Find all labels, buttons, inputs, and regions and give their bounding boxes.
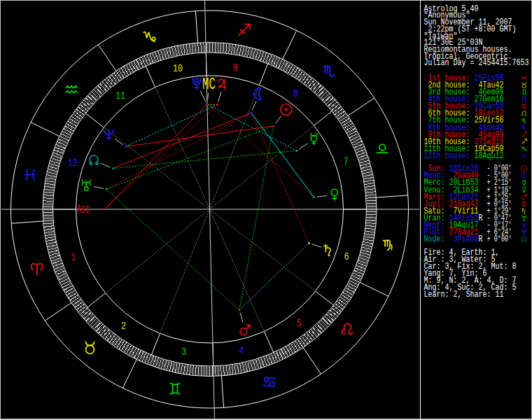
svg-text:9: 9 bbox=[233, 62, 238, 74]
svg-text:Node:: Node: bbox=[424, 234, 445, 244]
svg-text:MC: MC bbox=[202, 76, 216, 94]
svg-text:1: 1 bbox=[71, 252, 76, 263]
svg-text:Asc: Asc bbox=[77, 202, 90, 216]
svg-text:R: R bbox=[479, 234, 483, 244]
svg-text:R: R bbox=[479, 214, 483, 223]
svg-text:12th house:: 12th house: bbox=[424, 151, 470, 161]
svg-text:8: 8 bbox=[293, 88, 298, 99]
svg-text:5: 5 bbox=[297, 318, 302, 329]
svg-text:Julian Day = 2454415.7653: Julian Day = 2454415.7653 bbox=[424, 58, 529, 68]
svg-text:11: 11 bbox=[115, 90, 125, 102]
svg-text:7: 7 bbox=[344, 156, 349, 167]
svg-text:12: 12 bbox=[68, 158, 78, 169]
svg-text:2: 2 bbox=[121, 321, 126, 332]
svg-text:6: 6 bbox=[344, 251, 349, 262]
svg-text:3Pis02: 3Pis02 bbox=[454, 234, 479, 244]
svg-text:+ 0°00': + 0°00' bbox=[487, 234, 512, 244]
svg-text:18Aqu12: 18Aqu12 bbox=[475, 151, 504, 161]
svg-text:4: 4 bbox=[239, 345, 244, 356]
svg-text:Learn: 2, Share: 11: Learn: 2, Share: 11 bbox=[424, 290, 504, 300]
svg-text:3: 3 bbox=[181, 346, 186, 358]
svg-text:10: 10 bbox=[173, 63, 183, 74]
